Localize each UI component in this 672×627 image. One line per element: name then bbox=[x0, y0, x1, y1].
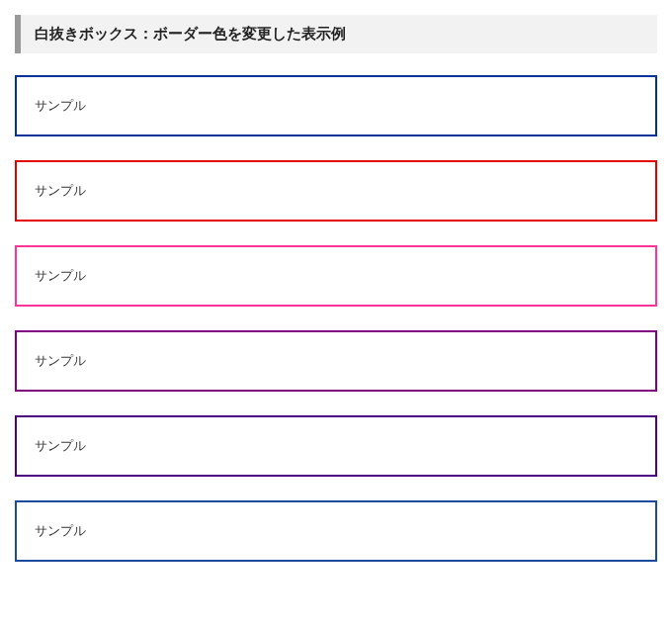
sample-box-label: サンプル bbox=[35, 183, 86, 198]
sample-box: サンプル bbox=[15, 245, 657, 307]
sample-box-label: サンプル bbox=[35, 268, 86, 283]
section-heading-title: 白抜きボックス：ボーダー色を変更した表示例 bbox=[35, 25, 643, 44]
sample-box: サンプル bbox=[15, 415, 657, 477]
sample-box-label: サンプル bbox=[35, 353, 86, 368]
sample-box-label: サンプル bbox=[35, 98, 86, 113]
section-heading: 白抜きボックス：ボーダー色を変更した表示例 bbox=[15, 15, 657, 53]
sample-box-label: サンプル bbox=[35, 438, 86, 453]
sample-box-label: サンプル bbox=[35, 523, 86, 538]
sample-box: サンプル bbox=[15, 75, 657, 136]
sample-box: サンプル bbox=[15, 330, 657, 392]
sample-box: サンプル bbox=[15, 160, 657, 222]
sample-box: サンプル bbox=[15, 500, 657, 562]
